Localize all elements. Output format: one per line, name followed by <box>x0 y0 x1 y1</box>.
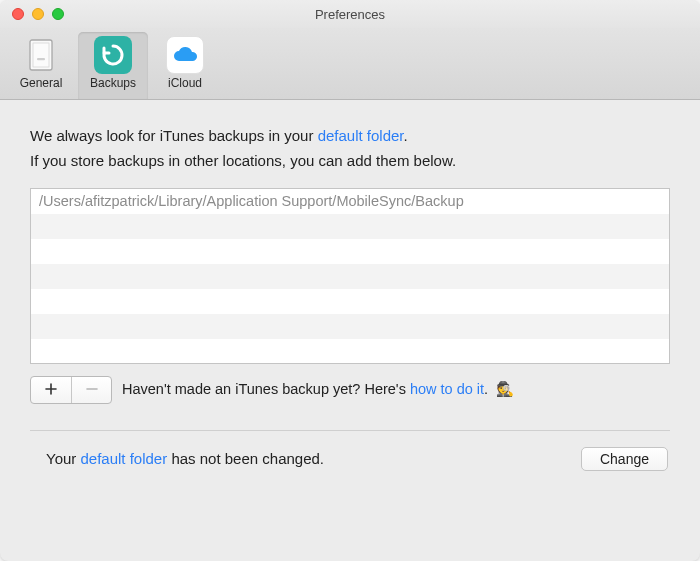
icloud-icon <box>166 36 204 74</box>
list-item <box>31 239 669 264</box>
hint-pre: Haven't made an iTunes backup yet? Here'… <box>122 381 410 397</box>
tab-icloud[interactable]: iCloud <box>150 32 220 99</box>
minus-icon <box>86 381 98 399</box>
backup-paths-list[interactable]: /Users/afitzpatrick/Library/Application … <box>30 188 670 364</box>
svg-rect-2 <box>37 58 45 60</box>
list-item <box>31 289 669 314</box>
tab-backups[interactable]: Backups <box>78 32 148 99</box>
content: We always look for iTunes backups in you… <box>0 100 700 491</box>
change-button[interactable]: Change <box>581 447 668 471</box>
traffic-lights <box>0 8 64 20</box>
intro-line1-post: . <box>404 127 408 144</box>
list-item <box>31 339 669 364</box>
list-item[interactable]: /Users/afitzpatrick/Library/Application … <box>31 189 669 214</box>
plus-icon <box>45 381 57 399</box>
backups-icon <box>94 36 132 74</box>
list-item <box>31 264 669 289</box>
window-title: Preferences <box>0 7 700 22</box>
preferences-window: Preferences General Backups <box>0 0 700 561</box>
footer-post: has not been changed. <box>167 450 324 467</box>
list-item <box>31 214 669 239</box>
how-to-link[interactable]: how to do it <box>410 381 484 397</box>
close-button[interactable] <box>12 8 24 20</box>
detective-icon: 🕵️ <box>496 381 514 397</box>
add-button[interactable] <box>31 377 71 403</box>
hint-post: . <box>484 381 492 397</box>
intro-line1-pre: We always look for iTunes backups in you… <box>30 127 318 144</box>
tab-label: Backups <box>90 76 136 90</box>
minimize-button[interactable] <box>32 8 44 20</box>
footer: Your default folder has not been changed… <box>30 447 670 471</box>
remove-button <box>71 377 111 403</box>
general-icon <box>22 36 60 74</box>
intro-text: We always look for iTunes backups in you… <box>30 124 670 174</box>
list-item <box>31 314 669 339</box>
titlebar: Preferences <box>0 0 700 28</box>
footer-text: Your default folder has not been changed… <box>46 450 581 467</box>
divider <box>30 430 670 431</box>
footer-default-folder-link[interactable]: default folder <box>80 450 167 467</box>
default-folder-link[interactable]: default folder <box>318 127 404 144</box>
hint-text: Haven't made an iTunes backup yet? Here'… <box>122 381 670 398</box>
svg-rect-1 <box>33 43 49 67</box>
tab-general[interactable]: General <box>6 32 76 99</box>
footer-pre: Your <box>46 450 80 467</box>
tab-label: General <box>20 76 63 90</box>
zoom-button[interactable] <box>52 8 64 20</box>
intro-line2: If you store backups in other locations,… <box>30 152 456 169</box>
toolbar: General Backups iCloud <box>0 28 700 100</box>
tab-label: iCloud <box>168 76 202 90</box>
add-remove-buttons <box>30 376 112 404</box>
list-controls-row: Haven't made an iTunes backup yet? Here'… <box>30 376 670 404</box>
